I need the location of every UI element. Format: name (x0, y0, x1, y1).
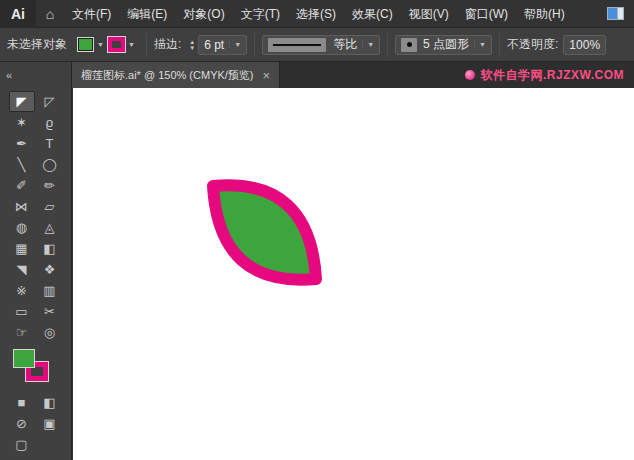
menu-items: 文件(F)编辑(E)对象(O)文字(T)选择(S)效果(C)视图(V)窗口(W)… (64, 0, 573, 28)
stroke-weight-value: 6 pt (204, 38, 224, 52)
selection-tool[interactable]: ◤ (9, 91, 35, 112)
lasso-tool[interactable]: ϱ (37, 112, 63, 133)
menubar-right (607, 7, 624, 20)
brush-caret-icon[interactable]: ▼ (474, 41, 486, 48)
separator (387, 33, 388, 57)
artboard-tool[interactable]: ▭ (9, 301, 35, 322)
pencil-tool[interactable]: ✏ (37, 175, 63, 196)
menu-item[interactable]: 对象(O) (175, 0, 232, 28)
tab-band: « 榴莲图标.ai* @ 150% (CMYK/预览) × 软件自学网.RJZX… (0, 62, 634, 88)
fill-stroke-indicator[interactable] (13, 349, 57, 387)
line-segment-tool[interactable]: ╲ (9, 154, 35, 175)
type-tool[interactable]: T (37, 133, 63, 154)
perspective-grid-tool[interactable]: ◬ (37, 217, 63, 238)
menu-item[interactable]: 效果(C) (344, 0, 401, 28)
canvas[interactable] (73, 88, 634, 460)
none-button[interactable]: ⊘ (9, 413, 35, 434)
gradient-button[interactable]: ◧ (37, 392, 63, 413)
paintbrush-tool[interactable]: ✐ (9, 175, 35, 196)
gradient-tool[interactable]: ◧ (37, 238, 63, 259)
brush-preview (401, 38, 417, 52)
toolbar-fill-swatch[interactable] (13, 349, 35, 368)
menu-item[interactable]: 帮助(H) (516, 0, 573, 28)
stroke-weight-combobox[interactable]: 6 pt ▼ (198, 35, 247, 55)
round-brush-icon (407, 42, 412, 47)
close-tab-icon[interactable]: × (263, 69, 271, 82)
opacity-label: 不透明度: (507, 36, 558, 53)
menu-item[interactable]: 选择(S) (288, 0, 344, 28)
pen-tool[interactable]: ✒ (9, 133, 35, 154)
menu-item[interactable]: 文件(F) (64, 0, 119, 28)
separator (146, 33, 147, 57)
fill-caret-icon[interactable]: ▼ (97, 41, 104, 48)
document-tab[interactable]: 榴莲图标.ai* @ 150% (CMYK/预览) × (72, 62, 280, 88)
workspace-switcher-icon[interactable] (607, 7, 624, 20)
brush-definition-dropdown[interactable]: 5 点圆形 ▼ (395, 35, 492, 55)
eyedropper-tool[interactable]: ◥ (9, 259, 35, 280)
fill-color-control[interactable]: ▼ (77, 37, 104, 52)
width-profile-preview (268, 38, 326, 52)
symbol-sprayer-tool[interactable]: ※ (9, 280, 35, 301)
stroke-weight-stepper[interactable]: ▲ ▼ (189, 39, 195, 51)
mesh-tool[interactable]: ▦ (9, 238, 35, 259)
watermark-icon (465, 70, 475, 80)
direct-selection-tool[interactable]: ◸ (37, 91, 63, 112)
hand-tool[interactable]: ☞ (9, 322, 35, 343)
tools-panel: ◤◸✶ϱ✒T╲◯✐✏⋈▱◍◬▦◧◥❖※▥▭✂☞◎ ■◧⊘▣▢ (0, 88, 72, 460)
menu-item[interactable]: 编辑(E) (119, 0, 175, 28)
stroke-weight-caret-icon[interactable]: ▼ (229, 41, 241, 48)
toolbar-collapse-header[interactable]: « (0, 62, 72, 88)
ellipse-tool[interactable]: ◯ (37, 154, 63, 175)
menu-item[interactable]: 窗口(W) (457, 0, 516, 28)
tools-grid: ◤◸✶ϱ✒T╲◯✐✏⋈▱◍◬▦◧◥❖※▥▭✂☞◎ (0, 88, 71, 343)
screen-mode-button[interactable]: ▢ (9, 434, 35, 455)
selection-status: 未选择对象 (7, 36, 67, 53)
opacity-value: 100% (569, 38, 600, 52)
width-profile-dropdown[interactable]: 等比 ▼ (262, 35, 380, 55)
column-graph-tool[interactable]: ▥ (37, 280, 63, 301)
profile-caret-icon[interactable]: ▼ (362, 41, 374, 48)
color-button[interactable]: ■ (9, 392, 35, 413)
magic-wand-tool[interactable]: ✶ (9, 112, 35, 133)
stepper-down-icon[interactable]: ▼ (189, 45, 195, 51)
watermark: 软件自学网.RJZXW.COM (465, 67, 634, 84)
menu-item[interactable]: 视图(V) (401, 0, 457, 28)
zoom-tool[interactable]: ◎ (37, 322, 63, 343)
stroke-caret-icon[interactable]: ▼ (128, 41, 135, 48)
collapse-panel-icon[interactable]: « (6, 69, 12, 81)
illustrator-window: Ai ⌂ 文件(F)编辑(E)对象(O)文字(T)选择(S)效果(C)视图(V)… (0, 0, 634, 460)
stroke-weight-label: 描边: (154, 36, 181, 53)
home-icon[interactable]: ⌂ (36, 6, 64, 22)
watermark-text: 软件自学网.RJZXW.COM (480, 67, 624, 84)
free-transform-tool[interactable]: ▱ (37, 196, 63, 217)
toolbar-extras: ■◧⊘▣▢ (0, 389, 71, 455)
document-tab-bar: 榴莲图标.ai* @ 150% (CMYK/预览) × 软件自学网.RJZXW.… (72, 62, 634, 88)
drawing-modes-button[interactable]: ▣ (37, 413, 63, 434)
document-tab-title: 榴莲图标.ai* @ 150% (CMYK/预览) (81, 68, 254, 83)
stroke-color-swatch[interactable] (108, 37, 125, 52)
width-tool[interactable]: ⋈ (9, 196, 35, 217)
control-bar: 未选择对象 ▼ ▼ 描边: ▲ ▼ 6 pt ▼ 等比 ▼ (0, 28, 634, 62)
menu-bar: Ai ⌂ 文件(F)编辑(E)对象(O)文字(T)选择(S)效果(C)视图(V)… (0, 0, 634, 28)
slice-tool[interactable]: ✂ (37, 301, 63, 322)
artboard (73, 88, 634, 460)
opacity-field[interactable]: 100% (563, 35, 606, 55)
separator (254, 33, 255, 57)
app-logo: Ai (0, 0, 36, 28)
stroke-color-control[interactable]: ▼ (108, 37, 135, 52)
leaf-shape[interactable] (213, 185, 316, 279)
separator (499, 33, 500, 57)
brush-label: 5 点圆形 (423, 36, 469, 53)
width-profile-label: 等比 (333, 36, 357, 53)
uniform-line-icon (273, 44, 321, 46)
shape-builder-tool[interactable]: ◍ (9, 217, 35, 238)
blend-tool[interactable]: ❖ (37, 259, 63, 280)
fill-color-swatch[interactable] (77, 37, 94, 52)
menu-item[interactable]: 文字(T) (233, 0, 288, 28)
